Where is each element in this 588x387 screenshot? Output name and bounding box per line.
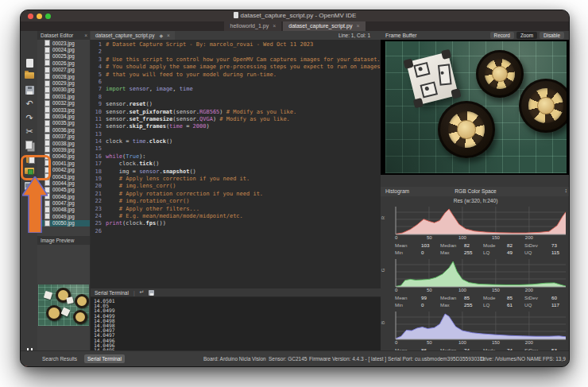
file-list-item[interactable]: 00033.jpg [37,106,90,113]
color-space-dropdown[interactable]: RGB Color Space [381,188,570,194]
search-results-tab[interactable]: Search Results [39,354,80,363]
channel-axis-label: R [381,216,385,219]
code-line: 3# Use this script to control how your O… [91,56,381,64]
save-log-icon[interactable] [149,290,154,296]
editor-tab-close-icon[interactable]: × [167,33,170,38]
frame-buffer-title: Frame Buffer [385,31,417,40]
window-title: dataset_capture_script.py - OpenMV IDE [21,12,569,19]
histogram-stats-row: Min0Max255LQ49UQ115 [381,250,570,256]
resolution-label: Res (w:320, h:240) [381,198,570,203]
tab-close-icon[interactable]: × [356,23,359,29]
serial-terminal-tab[interactable]: Serial Terminal [84,354,125,363]
code-line: 15 [91,145,381,153]
code-editor[interactable]: 1# Dataset Capture Script - By: marcelo_… [91,40,381,288]
file-list-item[interactable]: 00031.jpg [37,93,90,99]
code-line: 10sensor.set_pixformat(sensor.RGB565) # … [91,109,381,116]
document-tab[interactable]: dataset_capture_script.py× [283,21,365,31]
histogram-stats-row: Mean103Median82Mode82StDev73 [381,242,570,249]
record-button[interactable]: Record [490,32,514,39]
channel-axis-label: B [381,321,385,324]
histogram-header: Histogram RGB Color Space ↕ [381,187,570,196]
status-bar: Search Results Serial Terminal Board: Ar… [21,350,569,366]
file-list-item[interactable]: 00034.jpg [37,113,90,119]
frame-buffer-view[interactable] [381,40,570,175]
document-icon [234,12,238,18]
histogram-stats-row: Min0Max255LQ61UQ117 [381,302,570,308]
file-icon [44,60,50,66]
document-tab[interactable]: helloworld_1.py× [224,21,281,31]
image-preview-header: Image Preview [37,236,90,245]
dropdown-arrows-icon[interactable]: ↕ [565,188,568,193]
dataset-editor-close-icon[interactable]: × [84,31,87,40]
tab-close-icon[interactable]: × [273,23,276,29]
board-status: Board: Arduino Nicla Vision [203,354,266,363]
file-icon [44,93,50,99]
code-line: 26 [91,228,381,235]
open-folder-icon[interactable] [24,70,35,81]
file-list-item[interactable]: 00039.jpg [37,146,90,153]
file-list-item[interactable]: 00030.jpg [37,87,90,93]
file-list-item[interactable]: 00037.jpg [37,133,90,139]
file-list-item[interactable]: 00032.jpg [37,100,90,106]
drive-status: Drive: /Volumes/NO NAME [480,354,542,363]
code-line: 20 # img.lens_corr() [91,183,381,190]
redo-icon[interactable]: ↷ [24,112,35,123]
frame-buffer-buttons: RecordZoomDisable [490,32,564,39]
firmware-status: Firmware Version: 4.4.3 - [ latest ] [309,354,386,363]
divider: | [133,290,135,296]
code-line: 24 # E.g. mean/median/mode/midpoint/etc. [91,213,381,220]
code-line: 21 # Apply rotation correction if you ne… [91,191,381,198]
document-tab-strip: helloworld_1.py×dataset_capture_script.p… [21,21,569,31]
save-icon[interactable] [24,84,35,95]
right-panel: Histogram RGB Color Space ↕ Res (w:320, … [381,40,570,351]
file-list-item[interactable]: 00035.jpg [37,120,90,126]
code-line: 17 clock.tick() [91,161,381,168]
copy-icon[interactable] [24,140,35,151]
disable-button[interactable]: Disable [540,32,564,39]
code-line: 2 [91,48,381,56]
serial-terminal-output[interactable]: 14.050114.0514.049914.049914.049814.0498… [94,299,115,353]
file-list-item[interactable]: 00028.jpg [37,73,90,79]
code-line: 11sensor.set_framesize(sensor.QVGA) # Mo… [91,116,381,123]
cursor-position: Line: 1, Col: 1 [338,31,370,40]
toy-wheel-right [519,79,567,133]
file-list-item[interactable]: 00038.jpg [37,140,90,146]
autoscroll-icon[interactable]: ↵ [140,289,145,296]
file-icon [44,146,50,153]
channel-axis-label: G [381,269,385,273]
file-list-item[interactable]: 00024.jpg [37,46,90,52]
zoom-button[interactable]: Zoom [516,32,537,39]
code-line: 19 # Apply lens correction if you need i… [91,176,381,183]
histogram-green-channel: G050100150200Mean99Median85Mode85StDev60… [381,257,570,308]
file-icon [44,100,50,106]
code-line: 13 [91,131,381,138]
file-icon [44,73,50,79]
serial-port-status: Serial Port: cu.usbmodem395D355930311 [388,354,485,363]
serial-terminal-header: Serial Terminal | ↵ [91,288,381,297]
file-icon [44,113,50,119]
file-list-item[interactable]: 00023.jpg [37,40,90,46]
code-line: 16while(True): [91,153,381,161]
file-icon [44,40,50,46]
fps-status: FPS: 13,9 [543,354,566,363]
serial-terminal-panel: Serial Terminal | ↵ 14.050114.0514.04991… [91,288,381,353]
editor-tab[interactable]: dataset_capture_script.py◆× [91,31,175,40]
toy-wheel-top [476,50,524,98]
file-list-item[interactable]: 00029.jpg [37,79,90,86]
histogram-red-channel: R050100150200Mean103Median82Mode82StDev7… [381,205,570,256]
tab-symbol-icon[interactable]: ◆ [159,33,163,38]
file-list-item[interactable]: 00026.jpg [37,60,90,66]
file-list-item[interactable]: 00025.jpg [37,53,90,60]
dataset-editor-header: Dataset Editor× [37,31,90,40]
title-bar: dataset_capture_script.py - OpenMV IDE [21,10,569,21]
file-icon [44,47,50,53]
code-line: 5# that you will feed to your model duri… [91,72,381,79]
undo-icon[interactable]: ↶ [24,98,35,109]
code-line: 22 # img.rotation_corr() [91,198,381,205]
cut-icon[interactable]: ✂ [24,126,35,137]
file-list-item[interactable]: 00027.jpg [37,67,90,73]
x-axis-ticks: 050100150200 [381,288,570,294]
annotation-arrow [22,176,48,233]
file-list-item[interactable]: 00036.jpg [37,126,90,133]
new-file-icon[interactable] [24,57,35,68]
